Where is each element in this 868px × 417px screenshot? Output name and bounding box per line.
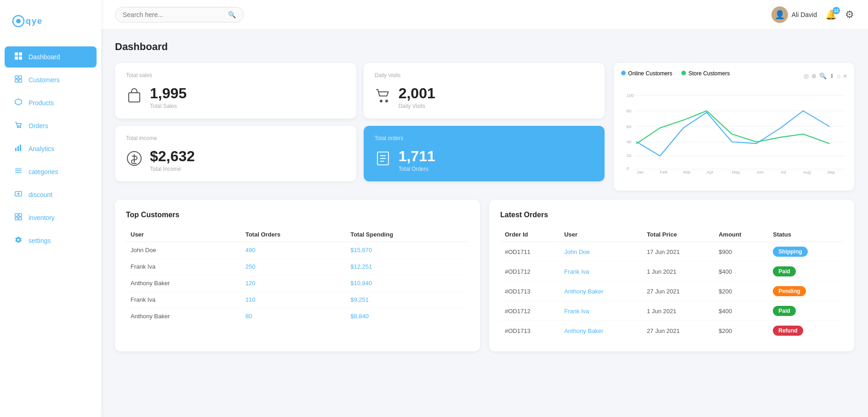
chart-tool-menu[interactable]: ≡: [843, 73, 847, 79]
col-order-id: Order Id: [500, 227, 560, 242]
svg-rect-5: [15, 56, 18, 60]
notification-button[interactable]: 🔔 12: [825, 9, 837, 20]
chart-tool-download[interactable]: ⬇: [829, 73, 834, 79]
col-user: User: [560, 227, 642, 242]
search-input[interactable]: [123, 11, 228, 18]
svg-rect-15: [17, 146, 19, 151]
sidebar-item-label: settings: [29, 237, 51, 244]
chart-wrap: 100 80 60 40 20 0 Jan Feb Mar Apr May Ju…: [621, 86, 847, 180]
table-row: #OD1713 Anthony Baker 27 Jun 2021 $200 R…: [500, 321, 843, 341]
customer-orders: 110: [241, 292, 346, 308]
inventory-icon: [14, 213, 23, 222]
svg-point-26: [380, 100, 382, 102]
top-customers-thead: User Total Orders Total Spending: [126, 227, 469, 242]
sidebar-item-label: inventory: [29, 214, 55, 221]
main-content: 🔍 👤 Ali David 🔔 12 ⚙ Dashboard Total sal…: [101, 0, 868, 417]
chart-tool-home[interactable]: ⌂: [837, 73, 841, 79]
orders-card-icon: [375, 150, 391, 170]
customer-orders: 490: [241, 242, 346, 259]
table-row: #OD1711 John Doe 17 Jun 2021 $900 Shippi…: [500, 242, 843, 262]
table-row: Anthony Baker 120 $10,840: [126, 275, 469, 292]
sidebar: qye Dashboard Customers Products Orders …: [0, 0, 101, 417]
analytics-icon: [14, 144, 23, 153]
col-status: Status: [768, 227, 843, 242]
chart-card: Online Customers Store Customers ◎ ⊕ 🔍 ⬇…: [614, 63, 854, 191]
customer-name: Anthony Baker: [126, 308, 241, 325]
chart-tool-circle[interactable]: ◎: [804, 73, 809, 79]
order-id: #OD1711: [500, 242, 560, 262]
svg-rect-7: [15, 76, 18, 79]
sidebar-item-discount[interactable]: discount: [5, 184, 97, 205]
sidebar-item-label: Orders: [29, 122, 48, 130]
sidebar-item-categories[interactable]: categories: [5, 161, 97, 182]
svg-rect-16: [20, 145, 21, 151]
svg-rect-3: [15, 52, 18, 56]
col-total-spending: Total Spending: [346, 227, 469, 242]
user-avatar[interactable]: 👤 Ali David: [771, 6, 817, 23]
sidebar-item-customers[interactable]: Customers: [5, 69, 97, 90]
svg-rect-9: [15, 79, 18, 82]
order-date: 27 Jun 2021: [642, 282, 714, 301]
user-name: Ali David: [792, 11, 817, 18]
svg-rect-22: [19, 214, 22, 216]
sidebar-item-analytics[interactable]: Analytics: [5, 138, 97, 159]
sidebar-item-orders[interactable]: Orders: [5, 115, 97, 136]
table-row: John Doe 490 $15,870: [126, 242, 469, 259]
dollar-icon: [126, 150, 143, 170]
top-customers-body: John Doe 490 $15,870 Frank Iva 250 $12,2…: [126, 242, 469, 325]
page-title: Dashboard: [115, 41, 854, 53]
sidebar-item-label: discount: [29, 191, 52, 198]
products-icon: [14, 98, 23, 107]
col-total-price: Total Price: [642, 227, 714, 242]
svg-text:May: May: [732, 170, 740, 175]
stat-value-row: 2,001 Daily Visits: [375, 85, 594, 109]
svg-rect-24: [19, 217, 22, 220]
stat-label-total-income: Total income: [126, 135, 345, 141]
order-date: 27 Jun 2021: [642, 321, 714, 341]
sidebar-item-dashboard[interactable]: Dashboard: [5, 46, 97, 68]
categories-icon: [14, 167, 23, 176]
chart-tools[interactable]: ◎ ⊕ 🔍 ⬇ ⌂ ≡: [804, 73, 847, 79]
order-id: #OD1712: [500, 301, 560, 321]
order-date: 1 Jun 2021: [642, 301, 714, 321]
sidebar-item-inventory[interactable]: inventory: [5, 207, 97, 228]
customer-orders: 250: [241, 259, 346, 275]
customer-spending: $12,251: [346, 259, 469, 275]
stat-label-total-sales: Total sales: [126, 72, 345, 79]
order-user: John Doe: [560, 242, 642, 262]
sidebar-item-label: Products: [29, 99, 54, 107]
table-row: Frank Iva 250 $12,251: [126, 259, 469, 275]
svg-text:0: 0: [627, 166, 629, 171]
svg-text:Feb: Feb: [660, 170, 668, 175]
stat-card-total-orders: Total orders 1,711 Total Orders: [364, 126, 605, 181]
svg-rect-19: [15, 172, 22, 173]
svg-text:Apr: Apr: [707, 170, 713, 175]
order-status: Refund: [768, 321, 843, 341]
sidebar-item-settings[interactable]: settings: [5, 230, 97, 251]
svg-rect-8: [19, 76, 22, 79]
stat-value-total-orders: 1,711: [399, 148, 435, 165]
chart-tool-search[interactable]: 🔍: [819, 73, 827, 79]
customer-name: Anthony Baker: [126, 275, 241, 292]
stat-value-row: 1,995 Total Sales: [126, 85, 345, 109]
search-box[interactable]: 🔍: [115, 7, 244, 23]
sidebar-item-label: Dashboard: [29, 53, 60, 61]
svg-text:Jun: Jun: [757, 170, 764, 175]
user-settings-button[interactable]: ⚙: [845, 9, 854, 21]
customer-name: Frank Iva: [126, 259, 241, 275]
sidebar-item-products[interactable]: Products: [5, 92, 97, 113]
order-date: 1 Jun 2021: [642, 262, 714, 282]
tables-row: Top Customers User Total Orders Total Sp…: [115, 200, 854, 351]
status-badge: Refund: [773, 326, 803, 336]
customer-spending: $9,251: [346, 292, 469, 308]
shopping-bag-icon: [126, 87, 143, 107]
chart-tool-plus[interactable]: ⊕: [811, 73, 817, 79]
sidebar-item-label: Customers: [29, 76, 60, 84]
table-row: Anthony Baker 80 $8,840: [126, 308, 469, 325]
discount-icon: [14, 190, 23, 199]
table-row: Frank Iva 110 $9,251: [126, 292, 469, 308]
svg-rect-18: [15, 170, 22, 171]
stat-sublabel-total-sales: Total Sales: [150, 103, 187, 109]
order-id: #OD1713: [500, 321, 560, 341]
latest-orders-card: Latest Orders Order Id User Total Price …: [489, 200, 854, 351]
